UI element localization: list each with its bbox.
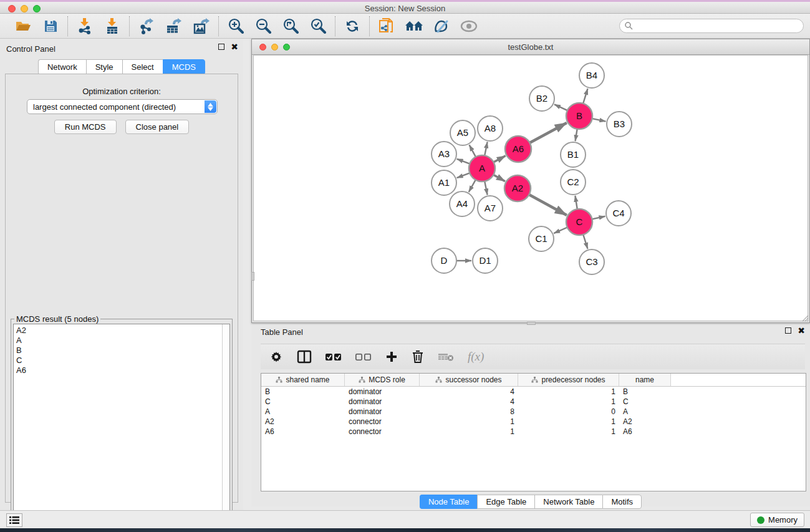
mcds-result-item[interactable]: A bbox=[16, 336, 229, 346]
table-cell[interactable]: 1 bbox=[518, 397, 619, 407]
table-row[interactable]: Adominator80A bbox=[261, 407, 806, 417]
import-table-icon[interactable] bbox=[103, 17, 122, 36]
show-navigator-icon[interactable] bbox=[405, 17, 423, 36]
refresh-layout-icon[interactable] bbox=[343, 17, 362, 36]
node-A[interactable]: A bbox=[469, 155, 495, 181]
select-all-checkboxes-icon[interactable] bbox=[325, 353, 342, 361]
node-A2[interactable]: A2 bbox=[504, 175, 531, 201]
node-A6[interactable]: A6 bbox=[505, 136, 531, 162]
table-cell[interactable]: 1 bbox=[420, 427, 518, 437]
save-session-icon[interactable] bbox=[41, 17, 60, 36]
export-table-icon[interactable] bbox=[165, 17, 183, 36]
edge-B-B1[interactable] bbox=[576, 129, 577, 142]
column-layout-icon[interactable] bbox=[297, 350, 312, 364]
float-table-panel-icon[interactable] bbox=[785, 327, 791, 334]
function-builder-icon[interactable]: f(x) bbox=[468, 350, 484, 364]
node-C[interactable]: C bbox=[566, 209, 592, 235]
memory-button[interactable]: Memory bbox=[750, 513, 804, 527]
column-header-successor-nodes[interactable]: successor nodes bbox=[420, 374, 518, 386]
network-window-titlebar[interactable]: testGlobe.txt bbox=[252, 39, 809, 55]
table-cell[interactable]: connector bbox=[345, 427, 420, 437]
edge-B-B3[interactable] bbox=[592, 118, 606, 121]
add-column-icon[interactable] bbox=[385, 351, 398, 363]
run-mcds-button[interactable]: Run MCDS bbox=[54, 120, 117, 134]
search-input[interactable] bbox=[619, 19, 804, 33]
zoom-out-icon[interactable] bbox=[254, 17, 272, 36]
mcds-scrollbar-track[interactable] bbox=[222, 324, 229, 530]
hide-style-icon[interactable] bbox=[432, 17, 451, 36]
table-cell[interactable]: A bbox=[261, 407, 345, 417]
edge-C-C3[interactable] bbox=[583, 235, 587, 249]
table-cell[interactable]: A6 bbox=[619, 427, 671, 437]
criterion-dropdown[interactable]: largest connected component (directed) bbox=[27, 99, 218, 114]
delete-table-icon[interactable] bbox=[438, 352, 454, 362]
zoom-fit-icon[interactable] bbox=[281, 17, 300, 36]
table-row[interactable]: Bdominator41B bbox=[261, 387, 806, 397]
node-D[interactable]: D bbox=[432, 248, 456, 273]
show-view-eye-icon[interactable] bbox=[460, 17, 478, 36]
edge-A6-B[interactable] bbox=[529, 123, 566, 143]
table-cell[interactable]: 0 bbox=[518, 407, 619, 417]
table-cell[interactable]: 1 bbox=[518, 417, 619, 427]
import-network-icon[interactable] bbox=[75, 17, 94, 36]
node-B[interactable]: B bbox=[566, 103, 592, 129]
tab-select[interactable]: Select bbox=[122, 59, 163, 75]
mcds-result-item[interactable]: B bbox=[16, 346, 229, 355]
tab-node-table[interactable]: Node Table bbox=[420, 495, 478, 509]
close-table-panel-icon[interactable]: ✖ bbox=[798, 327, 805, 334]
edge-B-B4[interactable] bbox=[583, 89, 587, 104]
edge-C-C2[interactable] bbox=[575, 196, 577, 210]
mcds-result-list[interactable]: A2ABCA6 bbox=[13, 324, 230, 530]
float-panel-icon[interactable] bbox=[218, 44, 224, 50]
export-image-icon[interactable] bbox=[192, 17, 211, 36]
node-A3[interactable]: A3 bbox=[432, 142, 456, 167]
tab-motifs[interactable]: Motifs bbox=[602, 495, 642, 509]
edge-A-A2[interactable] bbox=[493, 175, 505, 181]
edge-A-A6[interactable] bbox=[494, 156, 506, 162]
node-A4[interactable]: A4 bbox=[450, 191, 475, 216]
table-cell[interactable]: A bbox=[619, 407, 671, 417]
zoom-selected-icon[interactable] bbox=[309, 17, 327, 36]
table-row[interactable]: A6connector11A6 bbox=[261, 427, 806, 437]
table-cell[interactable]: dominator bbox=[345, 407, 420, 417]
close-panel-button[interactable]: Close panel bbox=[125, 120, 190, 134]
copy-network-icon[interactable] bbox=[377, 17, 396, 36]
edge-C-C4[interactable] bbox=[592, 216, 605, 220]
table-cell[interactable]: 4 bbox=[420, 387, 518, 397]
edge-A2-C[interactable] bbox=[529, 195, 566, 215]
edge-A-A5[interactable] bbox=[470, 145, 476, 157]
tab-style[interactable]: Style bbox=[86, 59, 122, 75]
tab-edge-table[interactable]: Edge Table bbox=[477, 495, 534, 509]
deselect-all-checkboxes-icon[interactable] bbox=[355, 353, 372, 361]
table-cell[interactable]: B bbox=[619, 387, 671, 397]
table-cell[interactable]: connector bbox=[345, 417, 420, 427]
table-cell[interactable]: dominator bbox=[345, 397, 420, 407]
node-B2[interactable]: B2 bbox=[529, 86, 554, 111]
panel-divider-grip[interactable] bbox=[251, 272, 254, 281]
edge-C-C1[interactable] bbox=[554, 227, 567, 233]
node-table[interactable]: shared nameMCDS rolesuccessor nodesprede… bbox=[261, 373, 806, 491]
edge-A-A7[interactable] bbox=[485, 181, 487, 195]
tab-mcds[interactable]: MCDS bbox=[163, 59, 205, 75]
network-canvas[interactable]: B4B2BB3A8A5A6A3B1AA1C2A2A4A7C4CC1DD1C3 bbox=[253, 55, 808, 321]
table-cell[interactable]: 1 bbox=[420, 417, 518, 427]
node-C1[interactable]: C1 bbox=[529, 226, 554, 251]
node-D1[interactable]: D1 bbox=[473, 248, 498, 273]
resize-grip-icon[interactable] bbox=[800, 313, 809, 322]
column-header-MCDS-role[interactable]: MCDS role bbox=[345, 374, 420, 386]
column-header-predecessor-nodes[interactable]: predecessor nodes bbox=[518, 374, 619, 386]
edge-A-A1[interactable] bbox=[457, 173, 470, 178]
tab-network[interactable]: Network bbox=[38, 59, 86, 75]
mcds-result-item[interactable]: C bbox=[16, 355, 229, 365]
node-A5[interactable]: A5 bbox=[450, 120, 475, 145]
node-B1[interactable]: B1 bbox=[561, 142, 586, 167]
table-cell[interactable]: 1 bbox=[518, 387, 619, 397]
edge-A-A8[interactable] bbox=[485, 142, 487, 156]
table-cell[interactable]: B bbox=[261, 387, 345, 397]
node-B4[interactable]: B4 bbox=[579, 63, 604, 88]
mcds-result-item[interactable]: A6 bbox=[16, 365, 229, 375]
table-cell[interactable]: 8 bbox=[420, 407, 518, 417]
delete-column-icon[interactable] bbox=[412, 350, 424, 364]
settings-gear-icon[interactable] bbox=[269, 350, 283, 364]
close-panel-icon[interactable]: ✖ bbox=[231, 44, 238, 50]
